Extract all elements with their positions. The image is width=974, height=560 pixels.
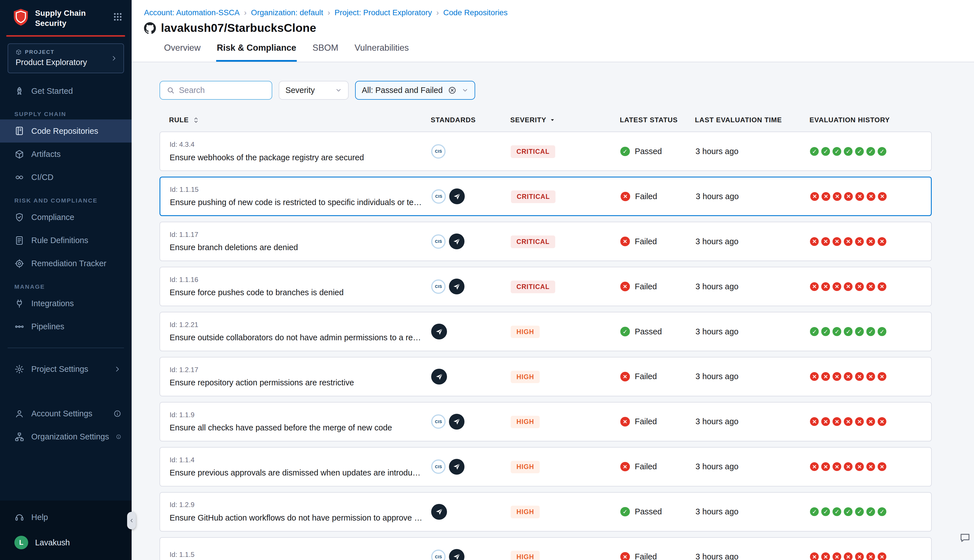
status-icon: [620, 507, 630, 516]
breadcrumb-link[interactable]: Account: Automation-SSCA: [144, 8, 240, 17]
breadcrumb-separator: [244, 8, 247, 17]
rule-row[interactable]: Id: 1.2.17 Ensure repository action perm…: [160, 357, 931, 396]
status-label: Failed: [635, 282, 657, 291]
evaluation-history: [810, 372, 931, 381]
standard-badge: [431, 324, 447, 340]
info-icon[interactable]: [116, 433, 122, 441]
nav-item-label: Account Settings: [31, 409, 92, 418]
evaluation-time: 3 hours ago: [695, 237, 810, 246]
standard-badge: CIS: [431, 144, 445, 158]
chat-help-icon[interactable]: [959, 532, 971, 544]
sidebar-collapse-handle[interactable]: [127, 512, 136, 529]
headset-icon: [14, 512, 25, 522]
title-row: lavakush07/StarbucksClone: [144, 22, 974, 35]
standards-cell: CIS: [431, 549, 511, 560]
github-icon: [144, 22, 156, 34]
evaluation-history-icon: [855, 282, 864, 291]
severity-cell: HIGH: [511, 370, 620, 383]
sidebar-item[interactable]: Organization Settings: [0, 425, 132, 448]
breadcrumb-link[interactable]: Organization: default: [251, 8, 323, 17]
rule-cell: Id: 1.1.4 Ensure previous approvals are …: [160, 456, 431, 478]
evaluation-history-icon: [822, 192, 830, 201]
evaluation-history-icon: [866, 417, 875, 426]
sidebar-item[interactable]: Pipelines: [0, 315, 132, 338]
evaluation-history: [810, 237, 931, 246]
standards-cell: CIS: [431, 459, 511, 475]
sidebar-section-label: SUPPLY CHAIN: [14, 111, 131, 117]
sidebar-section: RISK AND COMPLIANCE Compliance: [0, 197, 132, 275]
evaluation-history-icon: [877, 327, 886, 336]
rule-row[interactable]: Id: 1.1.17 Ensure branch deletions are d…: [160, 222, 931, 261]
rule-id: Id: 1.1.4: [170, 456, 432, 464]
column-header-latest-status: LATEST STATUS: [620, 116, 695, 124]
sidebar-item[interactable]: Integrations: [0, 292, 132, 315]
rule-row[interactable]: Id: 1.2.21 Ensure outside collaborators …: [160, 312, 931, 351]
evaluation-history-icon: [832, 462, 841, 471]
rule-cell: Id: 4.3.4 Ensure webhooks of the package…: [160, 140, 431, 162]
severity-badge: HIGH: [511, 371, 540, 383]
evaluation-history-icon: [844, 462, 852, 471]
rule-row[interactable]: Id: 4.3.4 Ensure webhooks of the package…: [160, 132, 931, 171]
app-root: Supply Chain Security PROJECT Product Ex…: [0, 0, 974, 560]
user-menu[interactable]: L Lavakush: [0, 529, 132, 556]
status-cell: Failed: [620, 417, 695, 426]
breadcrumb-link[interactable]: Project: Product Exploratory: [335, 8, 432, 17]
sidebar-item[interactable]: Artifacts: [0, 143, 132, 166]
standards-cell: CIS: [431, 233, 511, 249]
rule-cell: Id: 1.1.5: [160, 551, 431, 560]
nav-item-icon: [14, 86, 25, 96]
sidebar-item[interactable]: Remediation Tracker: [0, 252, 132, 275]
column-header-evaluation-history: EVALUATION HISTORY: [809, 116, 931, 124]
rule-row[interactable]: Id: 1.1.4 Ensure previous approvals are …: [160, 447, 931, 487]
plane-icon: [453, 237, 461, 246]
tab[interactable]: Risk & Compliance: [216, 43, 297, 62]
help-button[interactable]: Help: [0, 506, 132, 529]
standard-badge: [449, 414, 465, 430]
project-selector[interactable]: PROJECT Product Exploratory: [8, 43, 124, 73]
evaluation-history-icon: [855, 507, 864, 516]
clear-filter-icon[interactable]: [448, 86, 457, 95]
severity-badge: CRITICAL: [511, 235, 555, 248]
severity-cell: HIGH: [511, 550, 620, 560]
status-filter-dropdown[interactable]: All: Passed and Failed: [355, 81, 475, 100]
rule-row[interactable]: Id: 1.1.15 Ensure pushing of new code is…: [160, 177, 931, 216]
standard-label: CIS: [435, 420, 442, 424]
severity-filter-dropdown[interactable]: Severity: [279, 81, 349, 100]
tab[interactable]: Vulnerabilities: [354, 43, 410, 62]
rule-row[interactable]: Id: 1.1.9 Ensure all checks have passed …: [160, 402, 931, 442]
sidebar-item[interactable]: Compliance: [0, 206, 132, 229]
main-area: Account: Automation-SSCA Organization: d…: [132, 0, 974, 560]
tab[interactable]: Overview: [163, 43, 201, 62]
app-switcher-grid-icon[interactable]: [113, 12, 123, 22]
status-label: Passed: [635, 147, 662, 156]
breadcrumb-link[interactable]: Code Repositories: [443, 8, 507, 17]
evaluation-history-icon: [844, 372, 852, 381]
rule-row[interactable]: Id: 1.1.5 CIS: [160, 537, 931, 560]
rule-row[interactable]: Id: 1.1.16 Ensure force pushes code to b…: [160, 267, 931, 306]
evaluation-history-icon: [832, 507, 841, 516]
status-label: Failed: [635, 552, 657, 560]
column-header-severity[interactable]: SEVERITY: [510, 116, 620, 124]
info-icon[interactable]: [113, 410, 122, 418]
sidebar-item[interactable]: Project Settings: [0, 358, 132, 381]
sidebar-item[interactable]: Code Repositories: [0, 120, 132, 143]
nav-item-label: Project Settings: [31, 365, 88, 374]
evaluation-history-icon: [810, 147, 819, 156]
evaluation-history: [810, 552, 931, 560]
sort-icon[interactable]: [192, 116, 200, 124]
standard-label: CIS: [435, 149, 442, 153]
standard-badge: [449, 278, 465, 294]
sidebar-item[interactable]: Account Settings: [0, 402, 132, 425]
nav-item-label: Pipelines: [31, 322, 64, 331]
sidebar-item[interactable]: Get Started: [0, 80, 132, 103]
rule-row[interactable]: Id: 1.2.9 Ensure GitHub action workflows…: [160, 492, 931, 532]
standards-cell: [431, 324, 511, 340]
chevron-down-icon: [462, 87, 469, 93]
search-input[interactable]: [179, 86, 265, 95]
evaluation-history-icon: [877, 507, 886, 516]
sidebar-item[interactable]: CI/CD: [0, 166, 132, 189]
nav-item-icon: [14, 322, 25, 332]
help-label: Help: [31, 513, 48, 522]
sidebar-item[interactable]: Rule Definitions: [0, 229, 132, 252]
tab[interactable]: SBOM: [312, 43, 339, 62]
